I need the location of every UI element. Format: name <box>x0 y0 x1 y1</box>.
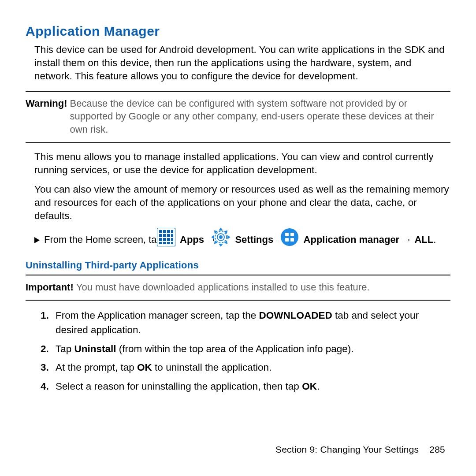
list-item: At the prompt, tap OK to uninstall the a… <box>26 361 450 375</box>
svg-rect-10 <box>163 238 166 241</box>
svg-rect-21 <box>285 233 289 236</box>
warning-text: Because the device can be configured wit… <box>70 97 451 136</box>
svg-rect-14 <box>163 242 166 244</box>
nav-all-label: ALL <box>414 234 433 245</box>
svg-rect-1 <box>159 230 162 233</box>
step-text: Select a reason for uninstalling the app… <box>56 381 302 392</box>
step-text: (from within the top area of the Applica… <box>116 343 354 354</box>
svg-rect-24 <box>290 238 294 242</box>
svg-rect-16 <box>171 242 173 244</box>
nav-period: . <box>433 234 436 245</box>
svg-point-18 <box>219 235 223 239</box>
nav-apps-label: Apps <box>180 234 204 245</box>
app-manager-icon <box>290 228 299 251</box>
nav-lead-text: From the Home screen, tap <box>44 234 165 245</box>
important-callout: Important! You must have downloaded appl… <box>26 275 450 301</box>
play-bullet-icon <box>34 237 40 243</box>
step-bold: OK <box>302 381 317 392</box>
step-bold: DOWNLOADED <box>259 310 332 321</box>
list-item: Tap Uninstall (from within the top area … <box>26 342 450 357</box>
svg-rect-7 <box>167 234 170 237</box>
arrow-icon: → <box>402 234 412 245</box>
step-text: to uninstall the application. <box>152 362 271 373</box>
svg-point-20 <box>281 228 298 246</box>
important-text: You must have downloaded applications in… <box>76 281 370 294</box>
svg-rect-3 <box>167 230 170 233</box>
list-item: Select a reason for uninstalling the app… <box>26 379 450 394</box>
nav-appmgr-label-1: Application <box>304 234 357 245</box>
paragraph-memory: You can also view the amount of memory o… <box>34 183 450 223</box>
svg-rect-23 <box>285 238 289 242</box>
footer-section: Section 9: Changing Your Settings <box>275 444 419 454</box>
settings-gear-icon <box>221 227 231 251</box>
svg-rect-13 <box>159 242 162 244</box>
svg-rect-4 <box>171 230 173 233</box>
step-bold: Uninstall <box>74 343 116 354</box>
apps-grid-icon <box>167 228 175 251</box>
step-text: . <box>317 381 320 392</box>
svg-rect-15 <box>167 242 170 244</box>
step-text: From the Application manager screen, tap… <box>56 310 259 321</box>
footer-page-number: 285 <box>429 444 445 454</box>
page-title: Application Manager <box>26 24 450 39</box>
nav-settings-label: Settings <box>235 234 273 245</box>
svg-rect-8 <box>171 234 173 237</box>
svg-rect-6 <box>163 234 166 237</box>
svg-rect-11 <box>167 238 170 241</box>
svg-rect-12 <box>171 238 173 241</box>
svg-rect-5 <box>159 234 162 237</box>
step-bold: OK <box>137 362 152 373</box>
svg-rect-22 <box>290 233 294 236</box>
important-label: Important! <box>26 281 74 294</box>
intro-paragraph: This device can be used for Android deve… <box>34 43 450 83</box>
navigation-instruction: From the Home screen, tap Apps → <box>44 228 450 252</box>
list-item: From the Application manager screen, tap… <box>26 309 450 337</box>
nav-appmgr-label-2: manager <box>359 234 399 245</box>
svg-rect-9 <box>159 238 162 241</box>
svg-rect-2 <box>163 230 166 233</box>
uninstall-steps: From the Application manager screen, tap… <box>26 309 450 394</box>
step-text: At the prompt, tap <box>56 362 137 373</box>
subheading-uninstall: Uninstalling Third-party Applications <box>26 260 450 271</box>
warning-label: Warning! <box>26 97 67 136</box>
page-footer: Section 9: Changing Your Settings 285 <box>275 444 445 455</box>
warning-callout: Warning! Because the device can be confi… <box>26 91 450 143</box>
paragraph-manage: This menu allows you to manage installed… <box>34 150 450 177</box>
step-text: Tap <box>56 343 74 354</box>
